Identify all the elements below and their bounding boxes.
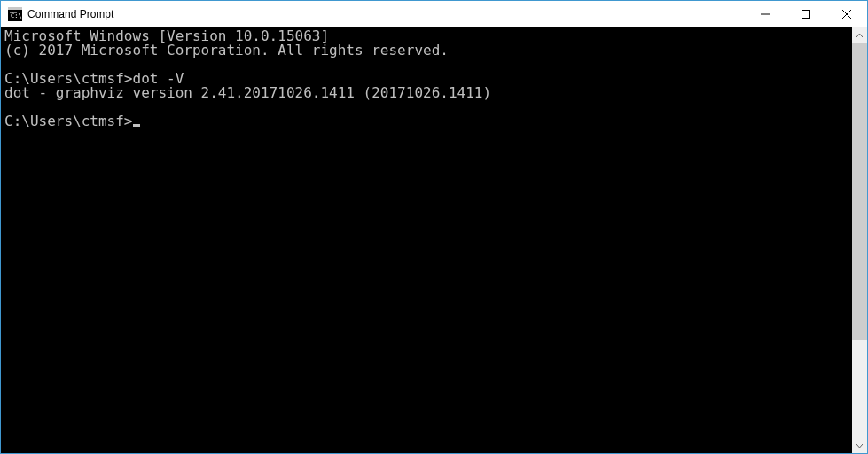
cursor [133,124,140,127]
window-title: Command Prompt [27,8,745,20]
command-prompt-window: C:\ Command Prompt Microsoft Windows [Ve… [0,0,868,454]
maximize-button[interactable] [786,1,826,27]
window-controls [745,1,867,27]
terminal-line: C:\Users\ctmsf> [4,114,852,129]
scrollbar-thumb[interactable] [852,43,867,340]
app-icon: C:\ [8,7,22,21]
terminal-output[interactable]: Microsoft Windows [Version 10.0.15063](c… [1,27,852,453]
svg-rect-5 [802,10,810,18]
scroll-up-button[interactable] [852,27,867,43]
terminal-line: (c) 2017 Microsoft Corporation. All righ… [4,43,852,58]
scroll-down-button[interactable] [852,438,867,453]
client-area: Microsoft Windows [Version 10.0.15063](c… [1,27,867,453]
svg-text:C:\: C:\ [11,12,22,20]
vertical-scrollbar[interactable] [852,27,867,453]
svg-rect-1 [8,7,22,10]
scrollbar-track[interactable] [852,43,867,438]
titlebar[interactable]: C:\ Command Prompt [1,1,867,27]
minimize-button[interactable] [745,1,786,27]
close-button[interactable] [826,1,867,27]
terminal-line: dot - graphviz version 2.41.20171026.141… [4,86,852,100]
